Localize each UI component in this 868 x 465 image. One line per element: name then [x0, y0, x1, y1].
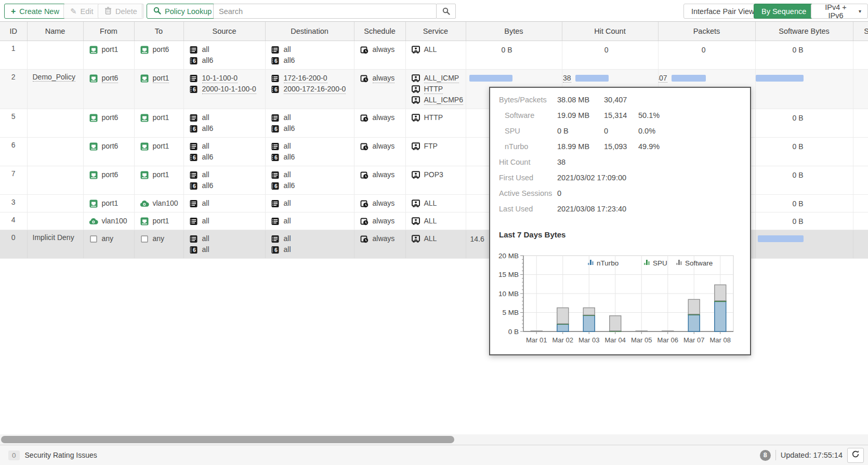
policy-name[interactable]: Demo_Policy: [33, 73, 75, 82]
admin-count-badge[interactable]: 8: [760, 450, 771, 461]
to-interface[interactable]: vlan100: [140, 198, 183, 209]
service[interactable]: ALL: [411, 44, 466, 55]
search-submit-button[interactable]: [436, 4, 456, 19]
service[interactable]: HTTP: [411, 112, 466, 123]
service[interactable]: FTP: [411, 141, 466, 152]
source-address[interactable]: 6all6: [189, 123, 265, 134]
column-header-id[interactable]: ID: [0, 22, 27, 41]
source-address[interactable]: 6all6: [189, 180, 265, 191]
delete-button[interactable]: Delete: [98, 4, 144, 19]
column-header-bytes[interactable]: Bytes: [466, 22, 562, 41]
column-header-to[interactable]: To: [134, 22, 183, 41]
destination-address[interactable]: 6all: [271, 244, 354, 255]
bytes-bar-chart: 0 B5 MB10 MB15 MB20 MBMar 01Mar 02Mar 03…: [491, 250, 749, 353]
schedule[interactable]: always: [360, 44, 405, 55]
schedule[interactable]: always: [360, 141, 405, 152]
source-address[interactable]: all: [189, 44, 265, 55]
schedule[interactable]: always: [360, 112, 405, 123]
column-header-service[interactable]: Service: [405, 22, 466, 41]
from-interface[interactable]: port6: [89, 73, 134, 84]
destination-address[interactable]: 6all6: [271, 180, 354, 191]
destination-address[interactable]: 6all6: [271, 55, 354, 66]
destination-address-label: all: [284, 199, 291, 208]
schedule[interactable]: always: [360, 216, 405, 227]
schedule[interactable]: always: [360, 233, 405, 244]
destination-address[interactable]: all: [271, 141, 354, 152]
service[interactable]: ALL: [411, 198, 466, 209]
destination-address[interactable]: 6all6: [271, 152, 354, 163]
horizontal-scrollbar-thumb[interactable]: [1, 436, 454, 443]
source-address[interactable]: 6all6: [189, 152, 265, 163]
to-interface[interactable]: port1: [140, 169, 183, 180]
to-interface[interactable]: any: [140, 233, 183, 244]
column-header-source[interactable]: Source: [183, 22, 265, 41]
column-header-destination[interactable]: Destination: [265, 22, 354, 41]
destination-address[interactable]: all: [271, 233, 354, 244]
from-interface[interactable]: vlan100: [89, 216, 134, 227]
destination-address[interactable]: 6all6: [271, 123, 354, 134]
column-header-schedule[interactable]: Schedule: [354, 22, 405, 41]
destination-address[interactable]: all: [271, 169, 354, 180]
source-address[interactable]: all: [189, 216, 265, 227]
column-header-from[interactable]: From: [83, 22, 134, 41]
refresh-button[interactable]: [847, 448, 864, 463]
source-address[interactable]: all: [189, 141, 265, 152]
source-address-label: all: [202, 217, 209, 225]
from-interface[interactable]: port1: [89, 198, 134, 209]
column-header-software-bytes[interactable]: Software Bytes: [755, 22, 853, 41]
from-interface[interactable]: port6: [89, 169, 134, 180]
policy-row[interactable]: 1port1port6all6all6all6all6alwaysALL0 B0…: [0, 41, 868, 70]
create-new-button[interactable]: + Create New: [4, 4, 66, 19]
source-address[interactable]: 6all: [189, 244, 265, 255]
service[interactable]: ALL_ICMP: [411, 73, 466, 84]
to-interface[interactable]: port1: [140, 141, 183, 152]
schedule[interactable]: always: [360, 169, 405, 180]
from-interface[interactable]: port6: [89, 141, 134, 152]
chart-heading: Last 7 Days Bytes: [499, 230, 750, 239]
security-rating-issues-label[interactable]: Security Rating Issues: [25, 451, 97, 459]
source-address[interactable]: 6all6: [189, 55, 265, 66]
service-icon: [411, 85, 420, 93]
column-header-packets[interactable]: Packets: [658, 22, 755, 41]
destination-address[interactable]: 172-16-200-0: [271, 73, 354, 84]
to-interface[interactable]: port1: [140, 216, 183, 227]
service[interactable]: ALL: [411, 216, 466, 227]
service[interactable]: POP3: [411, 169, 466, 180]
column-header-name[interactable]: Name: [27, 22, 83, 41]
destination-address[interactable]: all: [271, 112, 354, 123]
service[interactable]: HTTP: [411, 84, 466, 95]
by-sequence-button[interactable]: By Sequence: [754, 4, 814, 19]
destination-address[interactable]: 62000-172-16-200-0: [271, 84, 354, 95]
any-interface-checkbox-icon: [140, 235, 149, 243]
destination-address[interactable]: all: [271, 44, 354, 55]
service[interactable]: ALL: [411, 233, 466, 244]
destination-address[interactable]: all: [271, 216, 354, 227]
to-interface[interactable]: port1: [140, 112, 183, 123]
ip-version-dropdown[interactable]: IPv4 + IPv6 ▾: [811, 4, 868, 19]
horizontal-scrollbar[interactable]: [0, 434, 868, 445]
edit-button[interactable]: ✎ Edit: [63, 4, 100, 19]
from-interface[interactable]: port6: [89, 112, 134, 123]
source-address[interactable]: all: [189, 112, 265, 123]
from-interface[interactable]: port1: [89, 44, 134, 55]
search-input[interactable]: [213, 4, 437, 19]
service[interactable]: ALL_ICMP6: [411, 95, 466, 105]
source-address[interactable]: all: [189, 169, 265, 180]
column-header-so[interactable]: So: [853, 22, 868, 41]
schedule[interactable]: always: [360, 198, 405, 209]
schedule[interactable]: always: [360, 73, 405, 84]
to-interface[interactable]: port6: [140, 44, 183, 55]
ipv6-address-icon: 6: [189, 182, 199, 190]
interface-icon: [89, 46, 98, 54]
interface-pair-view-button[interactable]: Interface Pair View: [683, 4, 762, 19]
source-address[interactable]: 62000-10-1-100-0: [189, 84, 265, 95]
source-address[interactable]: all: [189, 233, 265, 244]
destination-address-label: all: [284, 113, 291, 122]
destination-address[interactable]: all: [271, 198, 354, 209]
source-address[interactable]: 10-1-100-0: [189, 73, 265, 84]
source-address[interactable]: all: [189, 198, 265, 209]
from-interface[interactable]: any: [89, 233, 134, 244]
policy-lookup-button[interactable]: Policy Lookup: [147, 4, 218, 19]
column-header-hit-count[interactable]: Hit Count: [562, 22, 658, 41]
to-interface[interactable]: port1: [140, 73, 183, 84]
